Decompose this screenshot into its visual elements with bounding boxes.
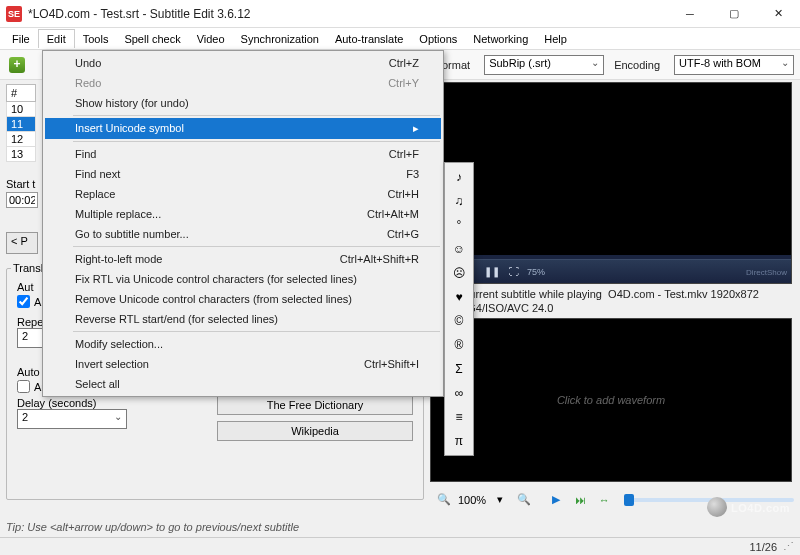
format-combo[interactable]: SubRip (.srt) (484, 55, 604, 75)
start-time-input[interactable] (6, 192, 38, 208)
edit-remove-unicode-ctrl[interactable]: Remove Unicode control characters (from … (45, 289, 441, 309)
edit-select-all[interactable]: Select all (45, 374, 441, 394)
play-waveform-button[interactable]: ▶ (546, 490, 566, 510)
menubar: File Edit Tools Spell check Video Synchr… (0, 28, 800, 50)
edit-invert-selection[interactable]: Invert selectionCtrl+Shift+I (45, 354, 441, 374)
menu-help[interactable]: Help (536, 30, 575, 48)
edit-show-history[interactable]: Show history (for undo) (45, 93, 441, 113)
grid-row[interactable]: 11 (6, 117, 36, 132)
start-time-label: Start t (6, 178, 35, 190)
unicode-submenu: ♪ ♫ ° ☺ ☹ ♥ © ® Σ ∞ ≡ π (444, 162, 474, 456)
pause-video-button[interactable]: ❚❚ (483, 263, 501, 281)
unicode-notes[interactable]: ♫ (447, 189, 471, 213)
toolbar-new-button[interactable]: + (6, 54, 28, 76)
unicode-identical[interactable]: ≡ (447, 405, 471, 429)
edit-multiple-replace[interactable]: Multiple replace...Ctrl+Alt+M (45, 204, 441, 224)
menu-sync[interactable]: Synchronization (233, 30, 327, 48)
menu-video[interactable]: Video (189, 30, 233, 48)
edit-find[interactable]: FindCtrl+F (45, 144, 441, 164)
maximize-button[interactable]: ▢ (712, 0, 756, 28)
edit-find-next[interactable]: Find nextF3 (45, 164, 441, 184)
zoom-out-button[interactable]: 🔍 (434, 490, 454, 510)
tip-text: Tip: Use <alt+arrow up/down> to go to pr… (6, 521, 299, 533)
edit-undo[interactable]: UndoCtrl+Z (45, 53, 441, 73)
loop-button[interactable]: ↔ (594, 490, 614, 510)
menu-networking[interactable]: Networking (465, 30, 536, 48)
video-controls: ■ ❚❚ ⛶ 75% DirectShow (431, 259, 791, 283)
menu-edit[interactable]: Edit (38, 29, 75, 48)
grid-row[interactable]: 12 (6, 132, 36, 147)
unicode-heart[interactable]: ♥ (447, 285, 471, 309)
unicode-frown[interactable]: ☹ (447, 261, 471, 285)
menu-options[interactable]: Options (411, 30, 465, 48)
fullscreen-button[interactable]: ⛶ (505, 263, 523, 281)
grid-header-index[interactable]: # (6, 84, 36, 102)
edit-menu-dropdown: UndoCtrl+Z RedoCtrl+Y Show history (for … (42, 50, 444, 397)
status-position: 11/26 (749, 541, 777, 553)
encoding-label: Encoding (614, 59, 660, 71)
edit-redo[interactable]: RedoCtrl+Y (45, 73, 441, 93)
auto-repeat-label: A (34, 296, 41, 308)
waveform-scrollbar-thumb[interactable] (624, 494, 634, 506)
zoom-in-button[interactable]: 🔍 (514, 490, 534, 510)
grid-row[interactable]: 10 (6, 102, 36, 117)
waveform-toolbar: 🔍 100% ▾ 🔍 ▶ ⏭ ↔ (430, 486, 792, 514)
close-button[interactable]: ✕ (756, 0, 800, 28)
menu-file[interactable]: File (4, 30, 38, 48)
video-backend-label: DirectShow (746, 268, 787, 277)
delay-combo[interactable]: 2 (17, 409, 127, 429)
translate-panel-title: Transl (11, 262, 45, 274)
unicode-note[interactable]: ♪ (447, 165, 471, 189)
video-percent: 75% (527, 267, 545, 277)
edit-insert-unicode[interactable]: Insert Unicode symbol▸ (45, 118, 441, 139)
menu-tools[interactable]: Tools (75, 30, 117, 48)
menu-spellcheck[interactable]: Spell check (116, 30, 188, 48)
waveform-area[interactable]: Click to add waveform (430, 318, 792, 482)
menu-separator (73, 141, 440, 142)
auto-continue-checkbox[interactable] (17, 380, 30, 393)
edit-goto-number[interactable]: Go to subtitle number...Ctrl+G (45, 224, 441, 244)
submenu-arrow-icon: ▸ (413, 122, 419, 135)
zoom-level: 100% (458, 494, 486, 506)
start-time-block: Start t (6, 178, 38, 208)
menu-autotranslate[interactable]: Auto-translate (327, 30, 411, 48)
menu-separator (73, 331, 440, 332)
edit-replace[interactable]: ReplaceCtrl+H (45, 184, 441, 204)
window-title: *LO4D.com - Test.srt - Subtitle Edit 3.6… (28, 7, 668, 21)
app-icon: SE (6, 6, 22, 22)
video-player[interactable]: ■ ❚❚ ⛶ 75% DirectShow (430, 82, 792, 284)
video-select-row: ect current subtitle while playing O4D.c… (430, 288, 792, 314)
unicode-smiley[interactable]: ☺ (447, 237, 471, 261)
next-marker-button[interactable]: ⏭ (570, 490, 590, 510)
edit-modify-selection[interactable]: Modify selection... (45, 334, 441, 354)
unicode-pi[interactable]: π (447, 429, 471, 453)
minimize-button[interactable]: ─ (668, 0, 712, 28)
unicode-degree[interactable]: ° (447, 213, 471, 237)
resize-grip-icon[interactable]: ⋰ (783, 540, 794, 553)
plus-icon: + (9, 57, 25, 73)
edit-reverse-rtl[interactable]: Reverse RTL start/end (for selected line… (45, 309, 441, 329)
menu-separator (73, 246, 440, 247)
prev-button[interactable]: < P (6, 232, 38, 254)
encoding-combo[interactable]: UTF-8 with BOM (674, 55, 794, 75)
wikipedia-button[interactable]: Wikipedia (217, 421, 413, 441)
edit-rtl-mode[interactable]: Right-to-left modeCtrl+Alt+Shift+R (45, 249, 441, 269)
zoom-dropdown[interactable]: ▾ (490, 490, 510, 510)
unicode-copyright[interactable]: © (447, 309, 471, 333)
unicode-sigma[interactable]: Σ (447, 357, 471, 381)
status-bar: 11/26 ⋰ (0, 537, 800, 555)
free-dictionary-button[interactable]: The Free Dictionary (217, 395, 413, 415)
subtitle-grid[interactable]: # 10 11 12 13 (6, 84, 36, 162)
waveform-placeholder: Click to add waveform (557, 394, 665, 406)
delay-label: Delay (seconds) (17, 397, 187, 409)
unicode-infinity[interactable]: ∞ (447, 381, 471, 405)
edit-fix-rtl[interactable]: Fix RTL via Unicode control characters (… (45, 269, 441, 289)
auto-repeat-checkbox[interactable] (17, 295, 30, 308)
titlebar: SE *LO4D.com - Test.srt - Subtitle Edit … (0, 0, 800, 28)
grid-row[interactable]: 13 (6, 147, 36, 162)
menu-separator (73, 115, 440, 116)
unicode-registered[interactable]: ® (447, 333, 471, 357)
